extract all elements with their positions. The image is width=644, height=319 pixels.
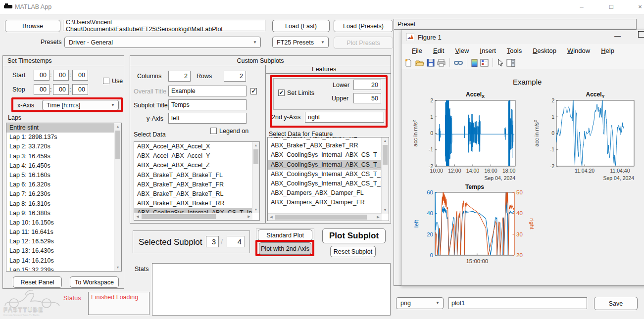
to-workspace-button[interactable]: To Workspace — [70, 276, 119, 288]
subplot-title-field[interactable]: Temps — [168, 99, 247, 110]
link-plot-icon[interactable] — [454, 59, 463, 67]
list-item[interactable]: ABX_CoolingSys_Internal_ABX_CS_T_Mo — [268, 179, 382, 188]
list-item[interactable]: Lap 3: 16.459s — [6, 152, 114, 161]
list-item[interactable]: Lap 1: 2898.137s — [6, 133, 114, 142]
list-item[interactable]: Lap 5: 16.160s — [6, 171, 114, 180]
browse-button[interactable]: Browse — [5, 20, 60, 32]
list-item[interactable]: ABX_CoolingSys_Internal_ABX_CS_T_Inv — [268, 160, 382, 170]
list-item[interactable]: Lap 7: 16.230s — [6, 189, 114, 199]
maximize-icon[interactable]: □ — [604, 2, 619, 12]
list-item[interactable]: Lap 8: 16.310s — [6, 199, 114, 209]
list-item[interactable]: ABX_BrakeT_ABX_BrakeT_FR — [134, 180, 252, 189]
lower-field[interactable]: 20 — [353, 80, 381, 90]
minimize-icon[interactable]: – — [574, 2, 589, 12]
figure-menu-edit[interactable]: Edit — [428, 47, 449, 54]
new-file-icon[interactable] — [404, 59, 413, 67]
list-item[interactable]: Lap 12: 16.529s — [6, 237, 114, 246]
selected-subplot-current[interactable]: 3 — [206, 236, 219, 247]
overall-title-field[interactable]: Example — [168, 86, 247, 96]
cursor-icon[interactable] — [497, 59, 504, 67]
figure-maximize-icon[interactable] — [638, 31, 644, 38]
start-hours-field[interactable]: 00 — [34, 70, 50, 81]
scroll-up-icon[interactable]: ▲ — [382, 137, 389, 144]
list-item[interactable]: ABX_BrakeT_ABX_BrakeT_RL — [268, 137, 382, 141]
figure-menu-window[interactable]: Window — [562, 47, 595, 54]
laps-listbox[interactable]: Entire stintLap 1: 2898.137sLap 2: 33.72… — [6, 123, 122, 272]
load-fast-button[interactable]: Load (Fast) — [272, 20, 330, 32]
list-item[interactable]: Lap 9: 16.380s — [6, 209, 114, 218]
plot-with-2nd-axis-button[interactable]: Plot with 2nd Axis — [259, 242, 311, 255]
scroll-up-icon[interactable]: ▲ — [252, 142, 259, 149]
preset-dropdown[interactable]: Driver - General ▼ — [64, 37, 261, 48]
list-item[interactable]: Lap 4: 16.450s — [6, 161, 114, 171]
figure-menu-view[interactable]: View — [449, 47, 474, 54]
scrollbar-thumb[interactable] — [253, 149, 258, 164]
scroll-up-icon[interactable]: ▲ — [114, 123, 121, 130]
save-icon[interactable] — [427, 59, 435, 67]
stop-minutes-field[interactable]: 00 — [53, 84, 69, 95]
feature-vscrollbar[interactable]: ▲ ▼ — [381, 137, 389, 214]
list-item[interactable]: Lap 6: 16.320s — [6, 180, 114, 189]
figure-menu-help[interactable]: Help — [595, 47, 620, 54]
list-item[interactable]: ABX_BrakeT_ABX_BrakeT_RR — [134, 199, 252, 208]
set-limits-checkbox[interactable] — [278, 90, 285, 96]
scrollbar-thumb[interactable] — [142, 214, 216, 219]
scroll-right-icon[interactable]: ▶ — [375, 214, 382, 221]
scroll-down-icon[interactable]: ▼ — [382, 207, 389, 214]
list-item[interactable]: ABX_Dampers_ABX_Damper_FR — [268, 198, 382, 207]
list-item[interactable]: ABX_Dampers_ABX_Damper_FL — [268, 188, 382, 198]
load-presets-button[interactable]: Load (Presets) — [334, 20, 393, 32]
path-input[interactable]: C:\Users\Vincent Chau\Documents\Fasttube… — [63, 20, 265, 31]
figure-menu-file[interactable]: File — [406, 47, 428, 54]
feature-listbox[interactable]: ABX_BrakeT_ABX_BrakeT_RLABX_BrakeT_ABX_B… — [267, 137, 389, 221]
format-dropdown[interactable]: png ▼ — [396, 297, 444, 309]
list-item[interactable]: Lap 10: 16.150s — [6, 218, 114, 228]
standard-plot-button[interactable]: Standard Plot — [258, 229, 312, 241]
list-item[interactable]: ABX_BrakeT_ABX_BrakeT_RL — [134, 189, 252, 199]
colormap-icon[interactable] — [471, 59, 478, 67]
plot-presets-button[interactable]: Plot Presets — [334, 37, 393, 49]
close-icon[interactable]: × — [633, 2, 644, 12]
stop-hours-field[interactable]: 00 — [34, 84, 50, 95]
scroll-left-icon[interactable]: ◀ — [134, 213, 141, 220]
figure-menu-insert[interactable]: Insert — [474, 47, 501, 54]
columns-field[interactable]: 2 — [168, 71, 191, 82]
figure-minimize-icon[interactable]: — — [614, 32, 621, 40]
list-item[interactable]: ABX_CoolingSys_Internal_ABX_CS_T_Mo — [268, 170, 382, 179]
list-item[interactable]: Entire stint — [6, 123, 114, 133]
save-button[interactable]: Save — [594, 297, 638, 310]
select-data-hscrollbar[interactable]: ◀ ▶ — [134, 213, 252, 220]
print-icon[interactable] — [437, 59, 446, 67]
legend-checkbox[interactable] — [210, 128, 217, 134]
rows-field[interactable]: 2 — [224, 71, 246, 82]
scrollbar-thumb[interactable] — [115, 131, 120, 159]
scroll-down-icon[interactable]: ▼ — [252, 206, 259, 213]
list-item[interactable]: ABX_Accel_ABX_Accel_Z — [134, 161, 252, 170]
figure-menu-tools[interactable]: Tools — [501, 47, 527, 54]
select-data-vscrollbar[interactable]: ▲ ▼ — [252, 142, 259, 213]
upper-field[interactable]: 50 — [353, 93, 381, 103]
list-item[interactable]: ABX_CoolingSys_Internal_ABX_CS_T_Inv — [268, 150, 382, 160]
accel-y-chart[interactable]: -2-101211:04:2011:04:40Sep 04, 2024Accel… — [533, 90, 639, 188]
list-item[interactable]: ABX_BrakeT_ABX_BrakeT_RR — [268, 141, 382, 150]
overall-title-checkbox[interactable] — [250, 88, 257, 94]
scroll-left-icon[interactable]: ◀ — [268, 214, 275, 221]
figure-titlebar[interactable]: Figure 1 — — [401, 30, 644, 44]
scroll-right-icon[interactable]: ▶ — [246, 213, 252, 220]
ft25-presets-dropdown[interactable]: FT25 Presets ▼ — [272, 37, 329, 48]
list-item[interactable]: Lap 11: 16.641s — [6, 228, 114, 237]
scroll-down-icon[interactable]: ▼ — [114, 264, 121, 271]
second-yaxis-field[interactable]: right — [305, 112, 384, 123]
reset-subplot-button[interactable]: Reset Subplot — [330, 246, 376, 257]
stop-seconds-field[interactable]: 00 — [72, 84, 88, 95]
scrollbar-thumb[interactable] — [383, 145, 388, 165]
legend-icon[interactable] — [480, 59, 489, 67]
property-inspector-icon[interactable] — [506, 59, 515, 67]
start-seconds-field[interactable]: 00 — [72, 70, 88, 81]
accel-x-chart[interactable]: -2-101210:0012:0014:0016:0018:00Sep 04, … — [411, 90, 518, 188]
list-item[interactable]: Lap 15: 32.239s — [6, 266, 114, 271]
list-item[interactable]: Lap 14: 16.210s — [6, 256, 114, 266]
open-file-icon[interactable] — [415, 59, 424, 67]
scrollbar-thumb[interactable] — [275, 215, 367, 220]
list-item[interactable]: Lap 2: 33.720s — [6, 142, 114, 151]
